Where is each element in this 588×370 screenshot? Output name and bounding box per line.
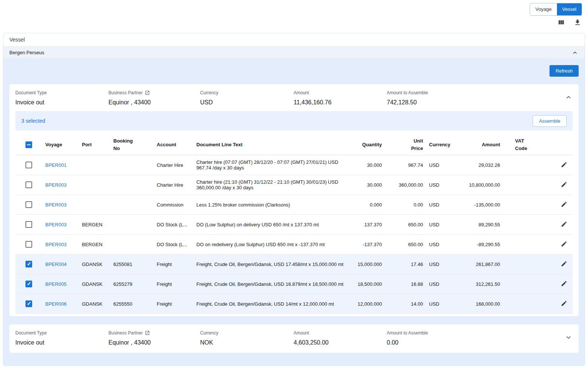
download-icon[interactable] [574, 19, 581, 26]
account-cell: Freight [154, 254, 193, 274]
row-checkbox[interactable] [25, 181, 32, 188]
view-toggle: Voyage Vessel [530, 3, 582, 16]
quantity-cell: 0.000 [350, 195, 385, 215]
currency-cell: USD [426, 175, 456, 195]
vat-code-cell [503, 235, 541, 254]
amount-field: Amount 4,603,250.00 [294, 330, 387, 346]
account-header: Account [154, 134, 193, 155]
usd-invoice-card: Document Type Invoice out Business Partn… [9, 84, 579, 316]
usd-invoice-summary: Document Type Invoice out Business Partn… [15, 89, 573, 111]
account-cell: Commission [154, 195, 193, 215]
edit-icon[interactable] [561, 181, 567, 188]
table-row: BPER001 Charter Hire Charter hire (07:07… [15, 155, 573, 175]
select-all-checkbox[interactable] [25, 141, 32, 148]
voyage-header: Voyage [42, 134, 79, 155]
table-row: BPER003 BERGEN DO Stock (L... DO on rede… [15, 235, 573, 254]
vessel-toggle-button[interactable]: Vessel [557, 3, 582, 15]
currency-header: Currency [426, 134, 456, 155]
line-text-cell: DO (Low Sulphur) on delivery USD 650 /mt… [193, 215, 350, 235]
vessel-group-header[interactable]: Bergen Perseus [3, 46, 585, 58]
port-cell [79, 175, 110, 195]
row-checkbox[interactable] [25, 221, 32, 228]
table-row: BPER006 GDANSK 6255550 Freight Freight, … [15, 294, 573, 314]
amount-to-assemble-field: Amount to Assemble 742,128.50 [387, 90, 573, 106]
document-type-field: Document Type Invoice out [15, 90, 108, 106]
row-checkbox[interactable] [25, 281, 32, 287]
line-text-cell: Freight, Crude Oil, Bergen/Gdansk, USD 1… [193, 294, 350, 314]
row-checkbox[interactable] [25, 261, 32, 267]
refresh-button[interactable]: Refresh [549, 65, 579, 77]
booking-no-cell: 6255279 [110, 274, 154, 294]
account-cell: DO Stock (L... [154, 215, 193, 235]
selected-count: 3 selected [21, 118, 45, 124]
account-cell: DO Stock (L... [154, 235, 193, 254]
table-row: BPER003 Commission Less 1.25% broker com… [15, 195, 573, 215]
booking-no-header: Booking No [110, 134, 154, 155]
edit-icon[interactable] [561, 260, 567, 267]
currency-cell: USD [426, 195, 456, 215]
booking-no-cell [110, 175, 154, 195]
open-in-new-icon[interactable] [145, 90, 150, 95]
booking-no-cell: 6255550 [110, 294, 154, 314]
assemble-button[interactable]: Assemble [533, 115, 567, 127]
vat-code-cell [503, 175, 541, 195]
vat-code-header: VAT Code [503, 134, 541, 155]
unit-price-cell: 17.46 [385, 254, 426, 274]
open-in-new-icon[interactable] [145, 330, 150, 336]
edit-icon[interactable] [561, 300, 567, 307]
unit-price-cell: 360,000.00 [385, 175, 426, 195]
edit-icon[interactable] [561, 241, 567, 247]
voyage-link[interactable]: BPER004 [45, 262, 67, 267]
collapse-card-button[interactable] [564, 93, 573, 103]
edit-icon[interactable] [561, 221, 567, 227]
voyage-link[interactable]: BPER006 [45, 301, 67, 307]
quantity-cell: 30.000 [350, 175, 385, 195]
currency-field: Currency NOK [200, 330, 294, 346]
amount-cell: -135,000.00 [456, 195, 503, 215]
row-checkbox[interactable] [25, 300, 32, 307]
expand-card-button[interactable] [564, 333, 573, 343]
unit-price-cell: 650.00 [385, 235, 426, 254]
amount-cell: 89,290.55 [456, 215, 503, 235]
collapse-chevron-icon[interactable] [571, 49, 579, 56]
table-header-row: Voyage Port Booking No Account Document … [15, 134, 573, 155]
edit-icon[interactable] [561, 161, 567, 168]
voyage-link[interactable]: BPER003 [45, 242, 67, 247]
unit-price-cell: 650.00 [385, 215, 426, 235]
edit-icon[interactable] [561, 201, 567, 208]
voyage-link[interactable]: BPER001 [45, 162, 67, 168]
voyage-link[interactable]: BPER003 [45, 202, 67, 208]
port-cell: GDANSK [79, 294, 110, 314]
voyage-toggle-button[interactable]: Voyage [530, 3, 557, 15]
row-checkbox[interactable] [25, 241, 32, 248]
voyage-link[interactable]: BPER005 [45, 281, 67, 287]
account-cell: Freight [154, 294, 193, 314]
edit-icon[interactable] [561, 280, 567, 287]
document-type-field: Document Type Invoice out [15, 330, 108, 346]
invoice-lines-table: Voyage Port Booking No Account Document … [15, 134, 573, 314]
port-cell [79, 195, 110, 215]
nok-invoice-card: Document Type Invoice out Business Partn… [9, 324, 579, 353]
amount-cell: 312,261.50 [456, 274, 503, 294]
amount-cell: -89,290.55 [456, 235, 503, 254]
voyage-link[interactable]: BPER003 [45, 182, 67, 188]
line-text-cell: Less 1.25% broker commission (Clarksons) [193, 195, 350, 215]
row-checkbox[interactable] [25, 201, 32, 208]
vessel-name: Bergen Perseus [9, 50, 44, 55]
currency-cell: USD [426, 254, 456, 274]
row-checkbox[interactable] [25, 162, 32, 168]
table-row: BPER003 Charter Hire Charter hire (21:10… [15, 175, 573, 195]
line-text-cell: Freight, Crude Oil, Bergen/Gdansk, USD 1… [193, 254, 350, 274]
currency-cell: USD [426, 294, 456, 314]
line-text-cell: Freight, Crude Oil, Bergen/Gdansk, USD 1… [193, 274, 350, 294]
line-text-cell: Charter hire (21:10 (GMT) 31/12/22 - 21:… [193, 175, 350, 195]
voyage-link[interactable]: BPER003 [45, 222, 67, 227]
unit-price-cell: 0.00 [385, 195, 426, 215]
view-columns-icon[interactable] [557, 19, 565, 26]
vat-code-cell [503, 215, 541, 235]
vat-code-cell [503, 274, 541, 294]
amount-cell: 10,800,000.00 [456, 175, 503, 195]
line-text-cell: DO on redelivery (Low Sulphur) USD 650 /… [193, 235, 350, 254]
currency-field: Currency USD [200, 90, 294, 106]
unit-price-cell: 16.88 [385, 274, 426, 294]
